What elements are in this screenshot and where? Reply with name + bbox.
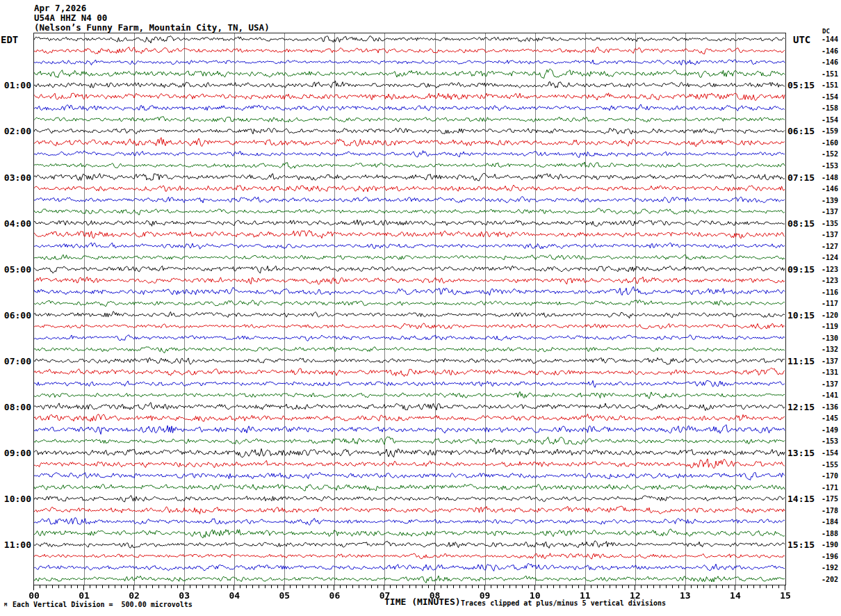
x-tick-label: 07 (374, 590, 395, 601)
utc-hour-label: 14:15 (787, 494, 815, 504)
dc-offset-value: -151 (812, 81, 838, 89)
dc-offset-value: -146 (812, 58, 838, 66)
edt-hour-label: 02:00 (0, 126, 31, 136)
x-tick-label: 15 (775, 590, 796, 601)
utc-hour-label: 12:15 (787, 402, 815, 412)
x-tick-label: 04 (224, 590, 245, 601)
x-tick-label: 12 (625, 590, 646, 601)
dc-offset-value: -159 (812, 127, 838, 135)
dc-offset-value: -155 (812, 461, 838, 469)
dc-offset-value: -152 (812, 150, 838, 158)
utc-hour-label: 07:15 (787, 172, 815, 183)
dc-offset-value: -184 (812, 518, 838, 526)
utc-hour-label: 05:15 (787, 80, 815, 90)
dc-offset-value: -153 (812, 437, 838, 445)
dc-offset-value: -127 (812, 243, 838, 250)
x-tick-label: 06 (324, 590, 345, 601)
dc-offset-value: -139 (812, 197, 838, 204)
dc-offset-value: -154 (812, 449, 838, 457)
dc-offset-value: -149 (812, 426, 838, 434)
dc-offset-value: -178 (812, 507, 838, 514)
utc-hour-label: 13:15 (787, 448, 815, 458)
dc-offset-value: -135 (812, 220, 838, 227)
dc-offset-value: -170 (812, 472, 838, 480)
utc-hour-label: 10:15 (787, 310, 815, 321)
x-axis-label: TIME (MINUTES) (384, 597, 461, 607)
dc-offset-value: -116 (812, 289, 838, 296)
dc-offset-value: -202 (812, 576, 838, 583)
dc-offset-value: -136 (812, 403, 838, 411)
dc-offset-value: -190 (812, 541, 838, 549)
x-tick-label: 09 (475, 590, 496, 601)
edt-hour-label: 04:00 (0, 218, 31, 229)
dc-offset-value: -153 (812, 162, 838, 170)
x-tick-label: 01 (74, 590, 95, 601)
seismogram-plot (33, 33, 787, 591)
dc-column-header: DC (822, 28, 830, 35)
x-tick-label: 13 (675, 590, 696, 601)
x-tick-label: 14 (725, 590, 746, 601)
dc-offset-value: -175 (812, 495, 838, 503)
dc-offset-value: -144 (812, 35, 838, 43)
dc-offset-value: -196 (812, 553, 838, 560)
dc-offset-value: -120 (812, 311, 838, 319)
dc-offset-value: -154 (812, 93, 838, 101)
dc-offset-value: -171 (812, 484, 838, 492)
dc-offset-value: -117 (812, 300, 838, 307)
dc-offset-value: -137 (812, 380, 838, 388)
dc-offset-value: -137 (812, 208, 838, 216)
dc-offset-value: -146 (812, 47, 838, 55)
x-tick-label: 02 (124, 590, 145, 601)
dc-offset-value: -137 (812, 357, 838, 365)
dc-offset-value: -160 (812, 139, 838, 147)
title-station: U54A HHZ N4 00 (34, 13, 107, 23)
edt-hour-label: 08:00 (0, 402, 31, 412)
utc-hour-label: 11:15 (787, 356, 815, 366)
dc-offset-value: -123 (812, 277, 838, 284)
utc-hour-label: 09:15 (787, 264, 815, 275)
edt-hour-label: 07:00 (0, 356, 31, 366)
title-location: (Nelson’s Funny Farm, Mountain City, TN,… (34, 22, 270, 33)
edt-hour-label: 06:00 (0, 310, 31, 321)
edt-hour-label: 01:00 (0, 80, 31, 90)
utc-hour-label: 08:15 (787, 218, 815, 229)
dc-offset-value: -188 (812, 530, 838, 537)
edt-hour-label: 03:00 (0, 172, 31, 183)
dc-offset-value: -124 (812, 254, 838, 261)
x-tick-label: 10 (525, 590, 546, 601)
left-axis-header-edt: EDT (1, 34, 18, 45)
edt-hour-label: 11:00 (0, 540, 31, 550)
utc-hour-label: 15:15 (787, 540, 815, 550)
dc-offset-value: -130 (812, 334, 838, 342)
utc-hour-label: 06:15 (787, 126, 815, 136)
dc-offset-value: -137 (812, 231, 838, 238)
dc-offset-value: -154 (812, 116, 838, 124)
x-tick-label: 11 (575, 590, 596, 601)
dc-offset-value: -148 (812, 174, 838, 181)
dc-offset-value: -151 (812, 70, 838, 78)
dc-offset-value: -158 (812, 104, 838, 112)
x-tick-label: 00 (24, 590, 44, 601)
dc-offset-value: -141 (812, 391, 838, 399)
right-axis-header-utc: UTC (793, 34, 810, 45)
title-date: Apr 7,2026 (34, 3, 86, 13)
dc-offset-value: -119 (812, 323, 838, 330)
webicorder-screen: Apr 7,2026 U54A HHZ N4 00 (Nelson’s Funn… (0, 0, 841, 616)
x-tick-label: 08 (425, 590, 446, 601)
dc-offset-value: -146 (812, 185, 838, 193)
dc-offset-value: -131 (812, 368, 838, 376)
x-tick-label: 05 (274, 590, 295, 601)
x-tick-label: 03 (174, 590, 195, 601)
dc-offset-value: -192 (812, 564, 838, 572)
edt-hour-label: 09:00 (0, 448, 31, 458)
edt-hour-label: 10:00 (0, 494, 31, 504)
dc-offset-value: -132 (812, 346, 838, 353)
footer-scale-note: Each Vertical Division = 500.00 microvol… (13, 601, 193, 608)
edt-hour-label: 05:00 (0, 264, 31, 275)
watermark-glyph: M (4, 602, 7, 608)
dc-offset-value: -145 (812, 414, 838, 422)
dc-offset-value: -123 (812, 266, 838, 273)
